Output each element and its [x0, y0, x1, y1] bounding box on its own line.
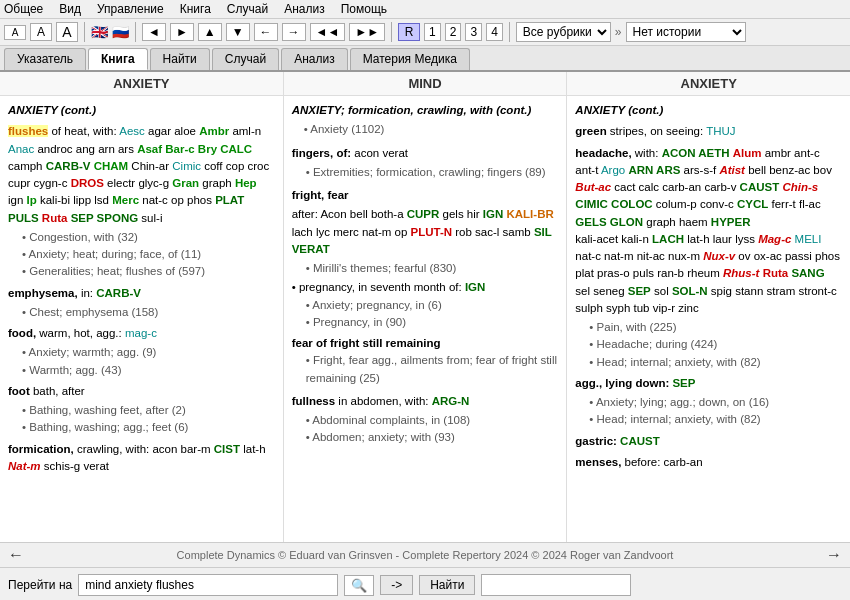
menu-help[interactable]: Помощь [341, 2, 387, 16]
sub-generalities: • Generalities; heat; flushes of (597) [8, 263, 275, 280]
nav-left-arrow[interactable]: ← [8, 546, 24, 564]
formication-entry: formication, crawling, with: acon bar-m … [8, 441, 275, 476]
menu-bar: Общее Вид Управление Книга Случай Анализ… [0, 0, 850, 19]
right-column[interactable]: ANXIETY (cont.) green stripes, on seeing… [567, 96, 850, 542]
nav-left-double-btn[interactable]: ◄◄ [310, 23, 346, 41]
sub-anxiety-lying: • Anxiety; lying; agg.; down, on (16) [575, 394, 842, 411]
foot-entry: foot bath, after [8, 383, 275, 400]
tab-materia[interactable]: Материя Медика [350, 48, 470, 70]
sub-bathing-washing: • Bathing, washing; agg.; feet (6) [8, 419, 275, 436]
pregnancy-entry: • pregnancy, in seventh month of: IGN [292, 279, 559, 296]
search-input[interactable] [78, 574, 338, 596]
fright-after: after: Acon bell both-a CUPR gels hir IG… [292, 206, 559, 258]
search-icon-btn[interactable]: 🔍 [344, 575, 374, 596]
search-label: Перейти на [8, 578, 72, 592]
sub-mirilli: • Mirilli's themes; fearful (830) [292, 260, 559, 277]
left-column[interactable]: ANXIETY (cont.) flushes of heat, with: A… [0, 96, 284, 542]
agg-lying-entry: agg., lying down: SEP [575, 375, 842, 392]
font-med-btn[interactable]: A [30, 23, 52, 41]
tab-find[interactable]: Найти [150, 48, 210, 70]
num1-btn[interactable]: 1 [424, 23, 441, 41]
find-btn[interactable]: Найти [419, 575, 475, 595]
search-area: Перейти на 🔍 -> Найти mind; anxiety; flu… [0, 567, 850, 600]
menu-analysis[interactable]: Анализ [284, 2, 325, 16]
sub-pregnancy-90: • Pregnancy, in (90) [292, 314, 559, 331]
num4-btn[interactable]: 4 [486, 23, 503, 41]
nav-right-arrow[interactable]: → [826, 546, 842, 564]
tab-bar: Указатель Книга Найти Случай Анализ Мате… [0, 46, 850, 72]
flag-gb[interactable]: 🇬🇧 [91, 24, 108, 40]
sub-pain-with: • Pain, with (225) [575, 319, 842, 336]
sep1 [84, 22, 85, 42]
sub-congestion: • Congestion, with (32) [8, 229, 275, 246]
main-content: ANXIETY MIND ANXIETY ANXIETY (cont.) flu… [0, 72, 850, 542]
tab-case[interactable]: Случай [212, 48, 279, 70]
menses-entry: menses, before: carb-an [575, 454, 842, 471]
dropdown-arrow: » [615, 25, 622, 39]
emphysema-entry: emphysema, in: CARB-V [8, 285, 275, 302]
search-row: Перейти на 🔍 -> Найти [8, 574, 842, 596]
column-headers: ANXIETY MIND ANXIETY [0, 72, 850, 96]
font-large-btn[interactable]: A [56, 22, 78, 42]
toolbar: A A A 🇬🇧 🇷🇺 ◄ ► ▲ ▼ ← → ◄◄ ►► R 1 2 3 4 … [0, 19, 850, 46]
menu-manage[interactable]: Управление [97, 2, 164, 16]
green-entry: green stripes, on seeing: THUJ [575, 123, 842, 140]
gastric-entry: gastric: CAUST [575, 433, 842, 450]
font-small-btn[interactable]: A [4, 25, 26, 40]
sub-anxiety-heat: • Anxiety; heat; during; face, of (11) [8, 246, 275, 263]
btn-R[interactable]: R [398, 23, 420, 41]
nav-prev-btn[interactable]: ◄ [142, 23, 166, 41]
tab-analysis[interactable]: Анализ [281, 48, 348, 70]
left-col-header: ANXIETY [0, 72, 284, 95]
tab-index[interactable]: Указатель [4, 48, 86, 70]
right-content-header: ANXIETY (cont.) [575, 102, 842, 119]
rubrics-dropdown[interactable]: Все рубрики [516, 22, 611, 42]
mid-col-header: MIND [284, 72, 568, 95]
sub-head-internal2: • Head; internal; anxiety, with (82) [575, 411, 842, 428]
left-content-header: ANXIETY (cont.) [8, 102, 275, 119]
food-entry: food, warm, hot, agg.: mag-c [8, 325, 275, 342]
flushes-entry: flushes of heat, with: Aesc agar aloe Am… [8, 123, 275, 227]
middle-column[interactable]: ANXIETY; formication, crawling, with (co… [284, 96, 568, 542]
num3-btn[interactable]: 3 [465, 23, 482, 41]
mid-content-header: ANXIETY; formication, crawling, with (co… [292, 102, 559, 119]
sub-bathing-feet: • Bathing, washing feet, after (2) [8, 402, 275, 419]
mid-sub-anxiety: • Anxiety (1102) [292, 121, 559, 138]
menu-book[interactable]: Книга [180, 2, 211, 16]
sep3 [391, 22, 392, 42]
nav-next-btn[interactable]: ► [170, 23, 194, 41]
nav-bar: ← Complete Dynamics © Eduard van Grinsve… [0, 542, 850, 567]
sep2 [135, 22, 136, 42]
tab-book[interactable]: Книга [88, 48, 148, 70]
arrow-btn[interactable]: -> [380, 575, 413, 595]
num2-btn[interactable]: 2 [445, 23, 462, 41]
sub-chest-emphysema: • Chest; emphysema (158) [8, 304, 275, 321]
fear-fright-entry: fear of fright still remaining [292, 335, 559, 352]
nav-right-btn[interactable]: → [282, 23, 306, 41]
find-input[interactable] [481, 574, 631, 596]
content-area: ANXIETY (cont.) flushes of heat, with: A… [0, 96, 850, 542]
fright-entry: fright, fear [292, 187, 559, 204]
sub-anxiety-warmth: • Anxiety; warmth; agg. (9) [8, 344, 275, 361]
nav-left-btn[interactable]: ← [254, 23, 278, 41]
sub-warmth-agg: • Warmth; agg. (43) [8, 362, 275, 379]
flag-ru[interactable]: 🇷🇺 [112, 24, 129, 40]
nav-down-btn[interactable]: ▼ [226, 23, 250, 41]
sub-headache-during: • Headache; during (424) [575, 336, 842, 353]
nav-right-double-btn[interactable]: ►► [349, 23, 385, 41]
sub-extremities: • Extremities; formication, crawling; fi… [292, 164, 559, 181]
menu-case[interactable]: Случай [227, 2, 268, 16]
nav-up-btn[interactable]: ▲ [198, 23, 222, 41]
sub-head-internal: • Head; internal; anxiety, with (82) [575, 354, 842, 371]
fingers-entry: fingers, of: acon verat [292, 145, 559, 162]
sep4 [509, 22, 510, 42]
menu-view[interactable]: Вид [59, 2, 81, 16]
sub-pregnancy-6: • Anxiety; pregnancy, in (6) [292, 297, 559, 314]
sub-abdominal: • Abdominal complaints, in (108) [292, 412, 559, 429]
history-dropdown[interactable]: Нет истории [626, 22, 746, 42]
menu-general[interactable]: Общее [4, 2, 43, 16]
sub-fear-fright: • Fright, fear agg., ailments from; fear… [292, 352, 559, 387]
copyright-text: Complete Dynamics © Eduard van Grinsven … [177, 549, 674, 561]
right-col-header: ANXIETY [567, 72, 850, 95]
sub-abdomen-anxiety: • Abdomen; anxiety; with (93) [292, 429, 559, 446]
